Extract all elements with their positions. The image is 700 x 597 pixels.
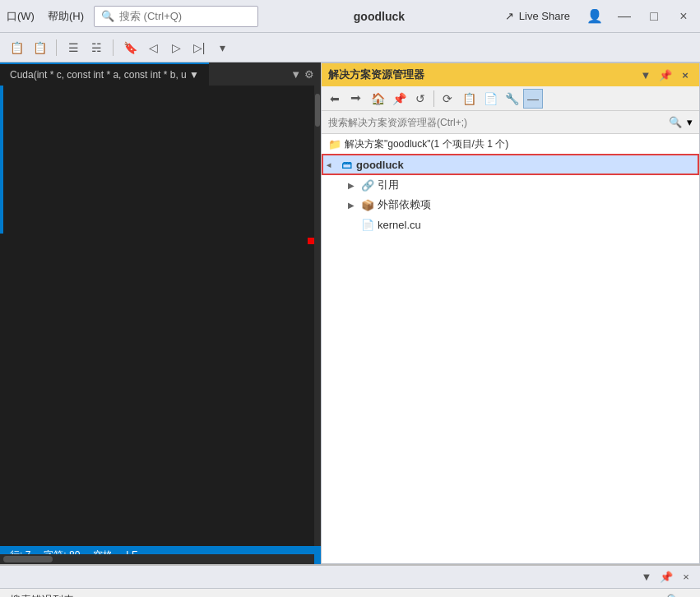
- solution-explorer: 解决方案资源管理器 ▼ 📌 × ⬅ ⮕ 🏠 📌 ↺ ⟳ 📋 📄 🔧 —: [321, 62, 700, 564]
- toolbar-btn-4[interactable]: ☵: [86, 38, 106, 58]
- explorer-forward-btn[interactable]: ⮕: [346, 89, 366, 109]
- file-icon: 📄: [361, 218, 374, 231]
- editor-tab-bar: Cuda(int * c, const int * a, const int *…: [0, 62, 321, 86]
- explorer-sep: [433, 90, 434, 107]
- tab-settings-btn[interactable]: ⚙: [304, 68, 314, 81]
- explorer-home-btn[interactable]: 🏠: [368, 89, 387, 109]
- title-center: goodluck: [268, 10, 490, 23]
- editor-scrollbar-horizontal[interactable]: [0, 554, 314, 564]
- file-label: kernel.cu: [378, 219, 421, 231]
- explorer-pin-btn[interactable]: 📌: [389, 89, 409, 109]
- menu-help[interactable]: 帮助(H): [48, 9, 84, 24]
- panel-dropdown-btn[interactable]: ▼: [638, 67, 653, 82]
- project-icon: 🗃: [340, 158, 353, 171]
- toolbar-btn-7[interactable]: ▷|: [189, 38, 209, 58]
- solution-explorer-title: 解决方案资源管理器: [328, 67, 424, 82]
- explorer-back-btn[interactable]: ⬅: [325, 89, 345, 109]
- scrollbar-thumb-h: [3, 556, 53, 562]
- dep-label: 外部依赖项: [378, 197, 431, 212]
- explorer-sync-btn[interactable]: ⟳: [438, 89, 457, 109]
- window-controls: ↗ Live Share 👤 — □ ×: [500, 7, 693, 26]
- main-layout: Cuda(int * c, const int * a, const int *…: [0, 62, 700, 564]
- editor-marker-1: [0, 86, 3, 234]
- bottom-dropdown-btn[interactable]: ▼: [639, 570, 654, 585]
- toolbar-btn-2[interactable]: 📋: [30, 38, 49, 58]
- explorer-settings-btn[interactable]: 🔧: [502, 89, 522, 109]
- ref-arrow: ▶: [348, 181, 358, 190]
- references-row[interactable]: ▶ 🔗 引用: [322, 175, 699, 195]
- menu-window[interactable]: 口(W): [7, 9, 35, 24]
- explorer-tree: 📁 解决方案"goodluck"(1 个项目/共 1 个) ◂ 🗃 goodlu…: [322, 134, 699, 563]
- panel-pin-btn[interactable]: 📌: [658, 67, 673, 82]
- project-row[interactable]: ◂ 🗃 goodluck: [322, 154, 699, 175]
- explorer-paste-btn[interactable]: 📄: [480, 89, 500, 109]
- error-panel-title: 搜索错误列表: [10, 593, 74, 598]
- panel-title-buttons: ▼ 📌 ×: [638, 67, 693, 82]
- explorer-toolbar: ⬅ ⮕ 🏠 📌 ↺ ⟳ 📋 📄 🔧 —: [322, 86, 699, 111]
- window-title: goodluck: [354, 10, 405, 23]
- explorer-search-input[interactable]: [328, 117, 664, 128]
- toolbar-sep-1: [56, 39, 57, 56]
- explorer-search-icon[interactable]: 🔍: [669, 116, 682, 128]
- error-search-icon[interactable]: 🔍: [666, 594, 679, 597]
- search-icon: 🔍: [101, 10, 114, 22]
- toolbar-btn-6[interactable]: ▷: [166, 38, 186, 58]
- bottom-pin-btn[interactable]: 📌: [659, 570, 674, 585]
- explorer-search-bar: 🔍 ▾: [322, 111, 699, 134]
- kernel-file-row[interactable]: 📄 kernel.cu: [322, 215, 699, 234]
- main-toolbar: 📋 📋 ☰ ☵ 🔖 ◁ ▷ ▷| ▾: [0, 33, 700, 62]
- editor-error-marker: [308, 238, 314, 244]
- bottom-toolbar-right: ▼ 📌 ×: [639, 570, 693, 585]
- explorer-search-dropdown[interactable]: ▾: [687, 116, 693, 128]
- share-icon: ↗: [505, 10, 514, 22]
- error-panel-title-bar: 搜索错误列表 🔍 ▾: [0, 589, 700, 597]
- project-name: goodluck: [356, 159, 404, 171]
- toolbar-dropdown[interactable]: ▾: [212, 38, 232, 58]
- explorer-active-btn[interactable]: —: [523, 89, 543, 109]
- bottom-section: ▼ 📌 × 搜索错误列表 🔍 ▾ 项目 文件 行 goodluck kernel…: [0, 564, 700, 597]
- solution-row[interactable]: 📁 解决方案"goodluck"(1 个项目/共 1 个): [322, 134, 699, 154]
- dep-arrow: ▶: [348, 201, 358, 210]
- editor-tab[interactable]: Cuda(int * c, const int * a, const int *…: [0, 62, 209, 86]
- ref-icon: 🔗: [361, 178, 374, 192]
- editor-content[interactable]: [0, 86, 321, 546]
- external-dep-row[interactable]: ▶ 📦 外部依赖项: [322, 195, 699, 215]
- bottom-toolbar: ▼ 📌 ×: [0, 566, 700, 589]
- toolbar-bookmark[interactable]: 🔖: [120, 38, 140, 58]
- error-panel-right: 🔍 ▾: [666, 594, 690, 597]
- right-panel: 解决方案资源管理器 ▼ 📌 × ⬅ ⮕ 🏠 📌 ↺ ⟳ 📋 📄 🔧 —: [321, 62, 700, 564]
- live-share-label: Live Share: [519, 10, 570, 22]
- maximize-button[interactable]: □: [644, 7, 664, 26]
- explorer-copy-btn[interactable]: 📋: [459, 89, 479, 109]
- scrollbar-thumb-v: [315, 94, 320, 127]
- code-editor-panel: Cuda(int * c, const int * a, const int *…: [0, 62, 321, 564]
- ref-label: 引用: [378, 178, 399, 192]
- toolbar-sep-2: [113, 39, 114, 56]
- solution-explorer-title-bar: 解决方案资源管理器 ▼ 📌 ×: [322, 63, 699, 86]
- editor-scrollbar-vertical[interactable]: [314, 86, 321, 546]
- close-button[interactable]: ×: [674, 7, 693, 26]
- search-box[interactable]: 🔍: [94, 6, 258, 27]
- explorer-refresh-btn[interactable]: ↺: [410, 89, 430, 109]
- user-icon[interactable]: 👤: [585, 7, 605, 26]
- toolbar-btn-1[interactable]: 📋: [7, 38, 26, 58]
- error-list-panel: 搜索错误列表 🔍 ▾ 项目 文件 行 goodluck kernel.cu 91: [0, 589, 700, 597]
- minimize-button[interactable]: —: [614, 7, 634, 26]
- toolbar-btn-3[interactable]: ☰: [63, 38, 83, 58]
- bottom-close-btn[interactable]: ×: [679, 570, 693, 585]
- error-dropdown-btn[interactable]: ▾: [684, 594, 690, 597]
- tab-dropdown-btn[interactable]: ▼: [290, 68, 301, 81]
- dep-icon: 📦: [361, 198, 374, 211]
- solution-label: 解决方案"goodluck"(1 个项目/共 1 个): [345, 137, 508, 151]
- search-input[interactable]: [119, 10, 234, 22]
- menu-bar: 口(W) 帮助(H): [7, 9, 84, 24]
- project-arrow: ◂: [327, 160, 336, 169]
- live-share-button[interactable]: ↗ Live Share: [500, 8, 575, 24]
- panel-close-btn[interactable]: ×: [678, 67, 693, 82]
- title-bar: 口(W) 帮助(H) 🔍 goodluck ↗ Live Share 👤 — □…: [0, 0, 700, 33]
- toolbar-btn-5[interactable]: ◁: [143, 38, 163, 58]
- solution-icon: 📁: [328, 137, 341, 150]
